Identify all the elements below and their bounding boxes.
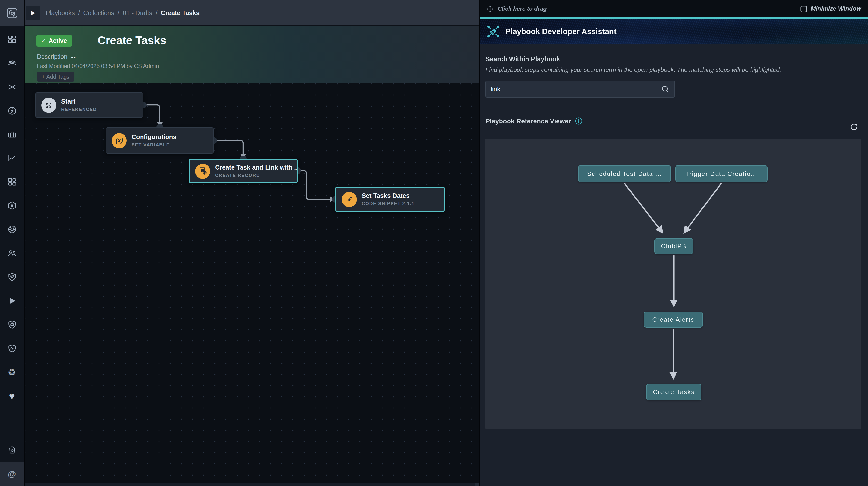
heart-icon: ♥: [9, 391, 15, 401]
sidebar-item-briefcase[interactable]: [2, 125, 22, 144]
sidebar-item-team[interactable]: [2, 54, 22, 73]
sidebar-item-shield-bug[interactable]: [2, 267, 22, 287]
sidebar-item-users[interactable]: [2, 244, 22, 263]
sidebar-item-shield-pulse[interactable]: [2, 339, 22, 358]
search-section-description: Find playbook steps containing your sear…: [486, 66, 861, 74]
variable-glyph: (x): [116, 137, 123, 144]
status-badge[interactable]: ✓ Active: [36, 35, 72, 47]
sidebar-item-package[interactable]: [2, 196, 22, 215]
sidebar-item-dashboard[interactable]: [2, 30, 22, 49]
page-title: Create Tasks: [98, 34, 166, 47]
expand-run-button[interactable]: ▶: [26, 6, 40, 20]
shield-bug-icon: [7, 272, 17, 282]
description-value: --: [71, 54, 76, 60]
step-node-text: Set Tasks Dates CODE SNIPPET 2.1.1: [362, 192, 414, 206]
sidebar-item-settings-wheel[interactable]: [2, 220, 22, 239]
shield-case-icon: [7, 320, 17, 330]
lightning-icon: [7, 106, 17, 116]
search-input[interactable]: link: [486, 81, 675, 98]
sidebar-item-app-logo[interactable]: [0, 0, 24, 26]
sidebar-item-recycle[interactable]: ♻: [2, 363, 22, 382]
sidebar-item-heart[interactable]: ♥: [2, 387, 22, 406]
sidebar-item-shuffle[interactable]: [2, 77, 22, 97]
graph-node-childpb[interactable]: ChildPB: [654, 238, 693, 254]
step-node-create-task[interactable]: Create Task and Link with ... CREATE REC…: [189, 159, 298, 183]
sidebar-item-mention[interactable]: @: [0, 462, 24, 486]
playbook-reference-graph: Scheduled Test Data ... Trigger Data Cre…: [486, 139, 861, 429]
step-node-configurations[interactable]: (x) Configurations SET VARIABLE: [106, 127, 214, 153]
breadcrumb-current: Create Tasks: [161, 9, 199, 16]
application-window: ♻ ♥ @ ▶ Playbooks / Collections: [0, 0, 868, 486]
assistant-banner: Playbook Developer Assistant: [479, 19, 868, 44]
breadcrumb-separator: /: [156, 9, 157, 16]
mention-icon: @: [8, 470, 16, 478]
check-icon: ✓: [41, 38, 45, 44]
breadcrumb-drafts[interactable]: 01 - Drafts: [123, 9, 152, 16]
package-icon: [7, 201, 17, 210]
breadcrumb-playbooks[interactable]: Playbooks: [45, 9, 75, 16]
step-subtitle: SET VARIABLE: [131, 142, 177, 148]
search-icon[interactable]: [661, 85, 670, 93]
playbook-start-icon: [41, 97, 56, 113]
workflow-canvas[interactable]: Start REFERENCED (x) Configurations SET …: [25, 83, 479, 486]
step-subtitle: REFERENCED: [61, 107, 97, 112]
refresh-icon[interactable]: [849, 122, 858, 131]
briefcase-icon: [7, 130, 17, 140]
team-icon: [7, 58, 17, 68]
graph-node-scheduled-test-data[interactable]: Scheduled Test Data ...: [578, 165, 671, 182]
sidebar: ♻ ♥ @: [0, 0, 24, 486]
search-input-value: link: [491, 86, 500, 93]
sidebar-item-trash[interactable]: [2, 440, 22, 460]
sidebar-item-analytics[interactable]: [2, 148, 22, 168]
breadcrumb-separator: /: [118, 9, 119, 16]
play-icon: [7, 296, 17, 306]
graph-node-create-tasks[interactable]: Create Tasks: [646, 384, 702, 400]
sidebar-item-lightning[interactable]: [2, 101, 22, 120]
analytics-icon: [7, 153, 17, 163]
step-title: Start: [61, 98, 97, 106]
assistant-logo-icon: [486, 24, 500, 39]
workflow-connectors: [25, 83, 479, 486]
step-title: Set Tasks Dates: [362, 192, 414, 200]
sidebar-item-shield-case[interactable]: [2, 315, 22, 334]
breadcrumb-bar: ▶ Playbooks / Collections / 01 - Drafts …: [25, 0, 479, 26]
minimize-window-button[interactable]: Minimize Window: [800, 5, 861, 12]
viewer-heading-row: Playbook Reference Viewer: [486, 117, 583, 125]
bottom-divider: [479, 439, 868, 439]
status-label: Active: [49, 37, 67, 44]
graph-node-trigger-data-creation[interactable]: Trigger Data Creatio...: [675, 165, 768, 182]
step-node-set-tasks-dates[interactable]: Set Tasks Dates CODE SNIPPET 2.1.1: [336, 187, 445, 212]
shuffle-icon: [7, 82, 17, 92]
info-icon[interactable]: [575, 117, 583, 125]
add-tags-button[interactable]: + Add Tags: [37, 72, 74, 82]
shield-pulse-icon: [7, 344, 17, 353]
breadcrumb: Playbooks / Collections / 01 - Drafts / …: [45, 9, 199, 16]
description-label: Description: [37, 54, 67, 60]
sidebar-item-play[interactable]: [2, 291, 22, 311]
breadcrumb-collections[interactable]: Collections: [83, 9, 114, 16]
app-logo-icon: [6, 7, 18, 20]
trash-recycle-icon: [7, 445, 17, 455]
step-node-start[interactable]: Start REFERENCED: [35, 92, 143, 118]
canvas-horizontal-scrollbar[interactable]: [25, 483, 479, 486]
playbook-editor: ▶ Playbooks / Collections / 01 - Drafts …: [25, 0, 479, 486]
sidebar-item-components[interactable]: [2, 172, 22, 192]
playbook-developer-assistant-panel: Click here to drag Minimize Window: [479, 0, 868, 486]
step-title: Create Task and Link with ...: [215, 164, 297, 172]
drag-label: Click here to drag: [498, 5, 547, 12]
description-row: Description--: [37, 54, 76, 60]
step-subtitle: CREATE RECORD: [215, 173, 297, 178]
code-snippet-rocket-icon: [342, 192, 357, 207]
step-title: Configurations: [131, 133, 177, 141]
play-triangle-icon: ▶: [31, 9, 35, 16]
step-node-text: Create Task and Link with ... CREATE REC…: [215, 164, 297, 178]
dashboard-icon: [7, 34, 17, 44]
move-icon: [487, 5, 494, 12]
window-drag-handle[interactable]: Click here to drag Minimize Window: [479, 0, 868, 18]
viewer-heading: Playbook Reference Viewer: [486, 117, 571, 125]
text-caret: [501, 85, 501, 93]
graph-node-create-alerts[interactable]: Create Alerts: [644, 312, 703, 327]
search-section-heading: Search Within Playbook: [486, 55, 861, 63]
minimize-icon: [800, 5, 807, 12]
users-icon: [7, 248, 17, 258]
